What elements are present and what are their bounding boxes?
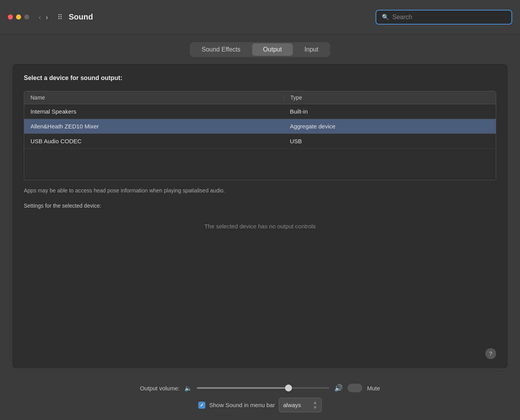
table-row[interactable]: Allen&Heath ZED10 Mixer Aggregate device — [24, 119, 496, 134]
menubar-dropdown[interactable]: always ▲ ▼ — [279, 398, 322, 412]
nav-arrows: ‹ › — [37, 14, 50, 21]
device-name-2: USB Audio CODEC — [24, 138, 283, 144]
search-icon: 🔍 — [382, 14, 389, 21]
table-row[interactable]: USB Audio CODEC USB — [24, 134, 496, 149]
tabs-container: Sound Effects Output Input — [190, 42, 331, 57]
bottom-section: Output volume: 🔈 🔊 Mute Show Sound in me… — [0, 377, 520, 420]
show-in-menubar-checkbox[interactable] — [198, 402, 205, 409]
menubar-label: Show Sound in menu bar — [209, 402, 275, 408]
maximize-button[interactable] — [24, 14, 29, 20]
device-type-0: Built-in — [283, 108, 496, 115]
volume-slider[interactable] — [197, 387, 329, 389]
volume-low-icon: 🔈 — [184, 384, 192, 392]
table-header: Name Type — [24, 91, 496, 104]
col-type-header: Type — [284, 94, 496, 101]
forward-arrow[interactable]: › — [44, 14, 50, 21]
main-content: Sound Effects Output Input Select a devi… — [0, 34, 520, 377]
minimize-button[interactable] — [16, 14, 21, 20]
tab-output[interactable]: Output — [252, 43, 293, 56]
settings-label: Settings for the selected device: — [24, 203, 496, 209]
traffic-lights — [8, 14, 29, 20]
device-table: Name Type Internal Speakers Built-in All… — [24, 91, 496, 180]
volume-label: Output volume: — [140, 385, 180, 392]
volume-high-icon: 🔊 — [334, 384, 343, 392]
table-row[interactable]: Internal Speakers Built-in — [24, 104, 496, 119]
menubar-row: Show Sound in menu bar always ▲ ▼ — [12, 398, 508, 412]
device-type-2: USB — [283, 138, 496, 144]
device-name-0: Internal Speakers — [24, 108, 283, 115]
device-type-1: Aggregate device — [283, 123, 496, 130]
titlebar: ‹ › ⠿ Sound 🔍 — [0, 0, 520, 34]
tab-input[interactable]: Input — [294, 43, 329, 56]
no-controls-text: The selected device has no output contro… — [24, 223, 496, 230]
mute-toggle[interactable] — [347, 384, 362, 392]
output-panel: Select a device for sound output: Name T… — [12, 63, 508, 369]
back-arrow[interactable]: ‹ — [37, 14, 43, 21]
device-name-1: Allen&Heath ZED10 Mixer — [24, 123, 283, 130]
info-text: Apps may be able to access head pose inf… — [24, 187, 496, 195]
table-empty-space — [24, 149, 496, 180]
help-button[interactable]: ? — [485, 348, 496, 359]
page-title: Sound — [69, 12, 371, 21]
search-box[interactable]: 🔍 — [376, 10, 512, 25]
tabs-row: Sound Effects Output Input — [12, 42, 508, 57]
section-heading: Select a device for sound output: — [24, 75, 496, 82]
dropdown-arrows-icon: ▲ ▼ — [313, 400, 317, 410]
close-button[interactable] — [8, 14, 13, 20]
col-name-header: Name — [24, 94, 283, 101]
dropdown-value: always — [283, 402, 310, 408]
search-input[interactable] — [392, 14, 506, 21]
mute-label: Mute — [367, 385, 380, 392]
tab-sound-effects[interactable]: Sound Effects — [191, 43, 251, 56]
volume-row: Output volume: 🔈 🔊 Mute — [12, 384, 508, 392]
grid-icon[interactable]: ⠿ — [57, 13, 62, 21]
help-btn-row: ? — [24, 348, 496, 359]
